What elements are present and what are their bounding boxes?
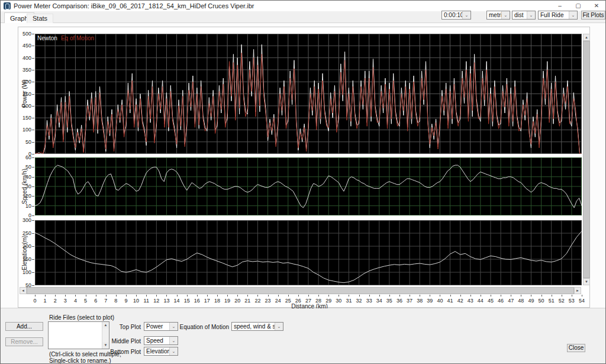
ride-files-label: Ride Files (select to plot) bbox=[49, 314, 114, 321]
vscrollbar-thumb[interactable] bbox=[583, 41, 590, 278]
x-tick-label: 44 bbox=[475, 298, 486, 304]
x-tick-label: 20 bbox=[232, 298, 243, 304]
x-tick-label: 25 bbox=[283, 298, 294, 304]
x-tick-label: 52 bbox=[556, 298, 567, 304]
x-tick-label: 41 bbox=[445, 298, 456, 304]
title-bar: Power Meter Comparison: iBike_09_06_2017… bbox=[1, 1, 605, 11]
minimize-icon[interactable]: – bbox=[551, 1, 569, 11]
xmode-select[interactable]: dist ⌄ bbox=[512, 11, 536, 20]
hscrollbar-thumb[interactable] bbox=[27, 287, 574, 294]
x-tick-label: 21 bbox=[242, 298, 253, 304]
y-tick-label: 50 bbox=[25, 140, 31, 145]
listbox-hint-line2: Single-click to rename.) bbox=[49, 357, 111, 364]
y-tick-label: 400 bbox=[22, 56, 31, 61]
chevron-down-icon: ⌄ bbox=[569, 11, 577, 19]
plot-panel: Power (W) 050100150200250300350400450500… bbox=[18, 27, 590, 308]
y-tick-label: 150 bbox=[22, 115, 31, 121]
x-tick-label: 26 bbox=[293, 298, 304, 304]
middle-plot-select[interactable]: Speed ⌄ bbox=[144, 336, 178, 345]
x-tick-label: 45 bbox=[485, 298, 496, 304]
y-tick-label: 30 bbox=[25, 184, 31, 189]
x-tick-label: 7 bbox=[101, 298, 111, 304]
x-tick-label: 22 bbox=[252, 298, 263, 304]
x-tick-label: 31 bbox=[343, 298, 354, 304]
x-tick-label: 35 bbox=[384, 298, 395, 304]
x-tick-label: 12 bbox=[151, 298, 162, 304]
x-tick-label: 13 bbox=[161, 298, 172, 304]
y-tick-label: 100 bbox=[22, 127, 31, 133]
fit-plots-button[interactable]: Fit Plots bbox=[581, 11, 605, 20]
x-tick-label: 36 bbox=[394, 298, 405, 304]
bottom-plot-label: Bottom Plot bbox=[107, 349, 141, 355]
chevron-down-icon: ⌄ bbox=[275, 323, 283, 330]
remove-button[interactable]: Remove... bbox=[5, 337, 43, 346]
x-tick-label: 8 bbox=[111, 298, 121, 304]
x-tick-label: 29 bbox=[323, 298, 334, 304]
x-tick-label: 38 bbox=[414, 298, 425, 304]
scroll-left-icon[interactable]: ◄ bbox=[20, 287, 27, 294]
x-tick-label: 47 bbox=[505, 298, 516, 304]
x-axis: Distance (km) 01234567891011121314151617… bbox=[18, 295, 591, 308]
tab-stats[interactable]: Stats bbox=[27, 14, 53, 23]
y-tick-label: 20 bbox=[25, 194, 31, 199]
scroll-down-icon[interactable]: ▼ bbox=[583, 278, 590, 285]
y-tick-label: 450 bbox=[22, 43, 31, 49]
x-tick-label: 24 bbox=[273, 298, 283, 304]
bottom-plot-select[interactable]: Elevation ⌄ bbox=[144, 347, 178, 356]
x-tick-label: 16 bbox=[192, 298, 202, 304]
power-legend: NewtonEq of Motion bbox=[37, 35, 98, 41]
ride-files-listbox[interactable]: ▲ ▼ bbox=[48, 321, 109, 349]
x-tick-label: 15 bbox=[182, 298, 192, 304]
plot-hscrollbar[interactable]: ◄ ► bbox=[20, 287, 581, 294]
x-tick-label: 42 bbox=[455, 298, 466, 304]
app-window: Power Meter Comparison: iBike_09_06_2017… bbox=[0, 0, 606, 364]
y-tick-label: 250 bbox=[22, 231, 31, 236]
x-tick-label: 30 bbox=[333, 298, 344, 304]
x-tick-label: 34 bbox=[374, 298, 385, 304]
x-tick-label: 9 bbox=[121, 298, 131, 304]
power-plot-svg[interactable] bbox=[35, 34, 582, 154]
x-tick-label: 53 bbox=[566, 298, 577, 304]
range-select[interactable]: Full Ride ⌄ bbox=[538, 11, 578, 20]
scroll-right-icon[interactable]: ► bbox=[574, 287, 581, 294]
y-tick-label: 100 bbox=[22, 270, 31, 275]
power-yaxis: 050100150200250300350400450500 bbox=[18, 34, 35, 154]
x-tick-label: 11 bbox=[141, 298, 152, 304]
x-tick-label: 32 bbox=[354, 298, 365, 304]
y-tick-label: 50 bbox=[25, 165, 31, 170]
elevation-plot-svg[interactable] bbox=[35, 220, 582, 285]
x-tick-label: 27 bbox=[303, 298, 314, 304]
x-tick-label: 28 bbox=[313, 298, 324, 304]
plot-vscrollbar[interactable]: ▲ ▼ bbox=[583, 34, 590, 285]
close-icon[interactable]: ✕ bbox=[588, 1, 605, 11]
x-tick-label: 23 bbox=[263, 298, 273, 304]
scroll-up-icon[interactable]: ▲ bbox=[583, 34, 590, 41]
y-tick-label: 500 bbox=[22, 31, 31, 37]
speed-plot-svg[interactable] bbox=[35, 157, 582, 215]
top-plot-select[interactable]: Power ⌄ bbox=[144, 322, 178, 331]
x-tick-label: 3 bbox=[60, 298, 70, 304]
y-tick-label: 200 bbox=[22, 104, 31, 109]
speed-yaxis: 0102030405060 bbox=[18, 157, 35, 215]
equation-of-motion-select[interactable]: speed, wind & slope ⌄ bbox=[231, 322, 283, 331]
x-tick-label: 17 bbox=[202, 298, 212, 304]
x-tick-label: 37 bbox=[404, 298, 415, 304]
x-tick-label: 49 bbox=[526, 298, 536, 304]
interval-select[interactable]: 0:00:10 ⌄ bbox=[441, 11, 471, 20]
top-plot-label: Top Plot bbox=[107, 324, 141, 330]
close-button[interactable]: Close bbox=[567, 344, 585, 352]
chevron-down-icon: ⌄ bbox=[169, 337, 178, 344]
add-button[interactable]: Add... bbox=[5, 322, 43, 331]
y-tick-label: 350 bbox=[22, 67, 31, 73]
x-tick-label: 6 bbox=[91, 298, 101, 304]
x-tick-label: 54 bbox=[576, 298, 587, 304]
x-tick-label: 4 bbox=[70, 298, 80, 304]
bottom-controls: Add... Remove... Ride Files (select to p… bbox=[1, 308, 605, 364]
y-tick-label: 60 bbox=[25, 155, 31, 160]
maximize-icon[interactable]: ▢ bbox=[569, 1, 587, 11]
x-tick-label: 5 bbox=[80, 298, 91, 304]
units-select[interactable]: metric ⌄ bbox=[486, 11, 510, 20]
x-tick-label: 39 bbox=[424, 298, 435, 304]
chevron-down-icon: ⌄ bbox=[169, 347, 178, 355]
x-tick-label: 14 bbox=[172, 298, 182, 304]
